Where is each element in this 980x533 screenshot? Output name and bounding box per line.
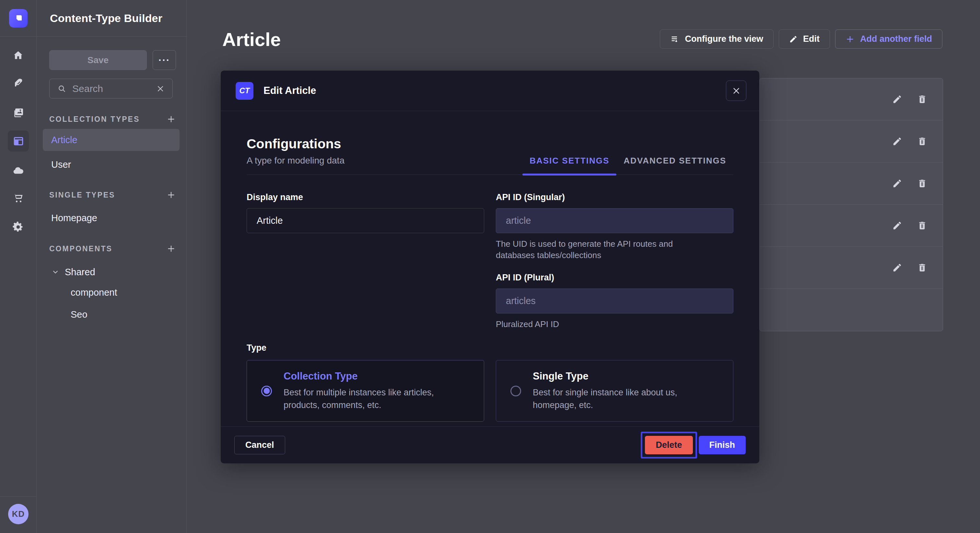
add-single-type-button[interactable] [166, 190, 176, 200]
api-id-plural-label: API ID (Plural) [496, 273, 733, 283]
sidebar-item-seo[interactable]: Seo [43, 303, 180, 325]
configure-view-icon [670, 35, 679, 44]
configurations-subtitle: A type for modeling data [247, 155, 345, 166]
footer-right-actions: Delete Finish [645, 436, 746, 454]
configurations-heading-block: Configurations A type for modeling data [247, 136, 345, 174]
sidebar-item-component[interactable]: component [43, 281, 180, 303]
clear-search-icon[interactable] [156, 84, 165, 93]
table-row [760, 163, 943, 205]
delete-button-wrapper: Delete [645, 436, 692, 454]
single-type-description: Best for single instance like about us, … [533, 386, 718, 412]
api-id-singular-help: The UID is used to generate the API rout… [496, 238, 703, 261]
close-icon [732, 86, 741, 95]
edit-field-pencil-icon[interactable] [892, 263, 902, 273]
single-type-texts: Single Type Best for single instance lik… [533, 370, 718, 412]
fields-table [759, 78, 943, 331]
add-another-field-label: Add another field [860, 34, 932, 44]
single-type-option[interactable]: Single Type Best for single instance lik… [496, 360, 733, 422]
tab-basic-settings[interactable]: BASIC SETTINGS [522, 156, 616, 174]
modal-footer: Cancel Delete Finish [221, 427, 759, 463]
sidebar-group-label: Shared [65, 267, 95, 278]
table-row-empty [760, 289, 943, 331]
close-modal-button[interactable] [726, 81, 746, 101]
delete-field-trash-icon[interactable] [917, 94, 927, 104]
finish-button[interactable]: Finish [699, 436, 746, 454]
home-icon[interactable] [12, 49, 24, 62]
configure-view-button[interactable]: Configure the view [660, 30, 773, 49]
search-input-wrapper[interactable] [49, 79, 173, 98]
edit-field-pencil-icon[interactable] [892, 94, 902, 104]
sidebar-group-shared[interactable]: Shared [43, 261, 180, 283]
edit-field-pencil-icon[interactable] [892, 220, 902, 230]
sidebar-item-user[interactable]: User [43, 154, 180, 176]
radio-unchecked-icon[interactable] [511, 385, 521, 397]
display-name-field: Display name [247, 192, 484, 261]
table-row [760, 205, 943, 247]
content-type-builder-subnav: Content-Type Builder Save ··· COLLECTION… [37, 0, 187, 533]
configurations-title: Configurations [247, 136, 345, 152]
cloud-icon[interactable] [12, 165, 24, 177]
cancel-button[interactable]: Cancel [234, 436, 285, 454]
sidebar-item-label: Seo [71, 309, 88, 320]
subnav-title: Content-Type Builder [50, 12, 162, 25]
configurations-section-header: Configurations A type for modeling data … [247, 136, 733, 175]
delete-field-trash-icon[interactable] [917, 263, 927, 273]
display-name-input[interactable] [247, 208, 484, 233]
edit-button[interactable]: Edit [779, 30, 830, 49]
avatar[interactable]: KD [8, 504, 29, 524]
content-type-builder-nav-icon[interactable] [8, 130, 29, 152]
add-another-field-button[interactable]: Add another field [835, 30, 942, 49]
collection-types-label: COLLECTION TYPES [49, 115, 140, 124]
display-name-label: Display name [247, 192, 484, 202]
content-type-badge: CT [235, 82, 253, 100]
nav-rail: KD [0, 0, 37, 533]
radio-checked-icon[interactable] [261, 385, 272, 397]
sidebar-item-label: Homepage [51, 213, 97, 224]
delete-field-trash-icon[interactable] [917, 220, 927, 230]
api-id-plural-input[interactable] [496, 289, 733, 314]
tab-advanced-settings[interactable]: ADVANCED SETTINGS [616, 156, 733, 174]
strapi-logo-icon[interactable] [9, 9, 27, 27]
settings-gear-icon[interactable] [12, 221, 24, 233]
modal-body: Configurations A type for modeling data … [221, 136, 759, 422]
edit-field-pencil-icon[interactable] [892, 136, 902, 146]
single-types-section-header: SINGLE TYPES [49, 190, 176, 200]
more-options-button[interactable]: ··· [153, 50, 176, 70]
add-component-button[interactable] [166, 244, 176, 254]
delete-field-trash-icon[interactable] [917, 136, 927, 146]
table-row [760, 247, 943, 289]
sidebar-item-article[interactable]: Article [43, 129, 180, 151]
components-section-header: COMPONENTS [49, 244, 176, 254]
components-label: COMPONENTS [49, 244, 113, 253]
modal-header: CT Edit Article [221, 71, 759, 111]
collection-types-section-header: COLLECTION TYPES [49, 114, 176, 124]
api-id-singular-input[interactable] [496, 208, 733, 233]
configure-view-label: Configure the view [685, 34, 763, 44]
collection-type-title: Collection Type [283, 370, 468, 382]
delete-button[interactable]: Delete [645, 436, 692, 454]
sidebar-item-homepage[interactable]: Homepage [43, 207, 180, 229]
delete-field-trash-icon[interactable] [917, 178, 927, 189]
single-types-label: SINGLE TYPES [49, 191, 115, 200]
header-actions: Configure the view Edit Add another fiel… [660, 30, 942, 49]
media-library-icon[interactable] [12, 106, 24, 119]
type-label: Type [247, 343, 733, 353]
save-button[interactable]: Save [49, 50, 147, 70]
rail-footer-divider [0, 497, 37, 497]
collection-type-texts: Collection Type Best for multiple instan… [283, 370, 468, 412]
table-row [760, 78, 943, 121]
content-feather-icon[interactable] [12, 77, 24, 89]
collection-type-option[interactable]: Collection Type Best for multiple instan… [247, 360, 484, 422]
marketplace-cart-icon[interactable] [12, 192, 24, 204]
api-id-plural-field: API ID (Plural) Pluralized API ID [496, 273, 733, 330]
chevron-down-icon [51, 268, 60, 276]
edit-article-modal: CT Edit Article Configurations A type fo… [221, 71, 759, 463]
sidebar-item-label: Article [51, 135, 78, 145]
edit-label: Edit [803, 34, 819, 44]
single-type-title: Single Type [533, 370, 718, 382]
sidebar-item-label: component [71, 287, 117, 298]
add-collection-type-button[interactable] [166, 114, 176, 124]
search-input[interactable] [72, 83, 150, 94]
edit-field-pencil-icon[interactable] [892, 178, 902, 189]
page-title: Article [222, 29, 281, 50]
